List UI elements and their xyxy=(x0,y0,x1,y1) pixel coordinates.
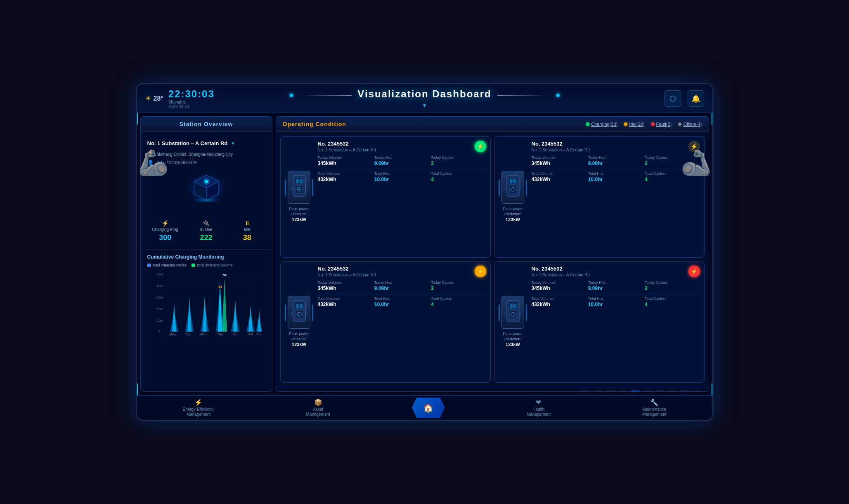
charger-visual-2 xyxy=(501,171,524,204)
charging-dot xyxy=(586,122,589,126)
today-volume-2: Today Volume: 345kWh xyxy=(532,155,586,166)
charger-name-2: No. 2345532 xyxy=(532,141,700,147)
energy-icon: ⚡ xyxy=(194,398,203,406)
page-3-button[interactable]: 3 xyxy=(618,391,628,392)
chart-title: Cumulative Charging Monitoring xyxy=(147,254,265,260)
today-volume-1: Today Volume: 345kWh xyxy=(318,155,373,166)
svg-rect-59 xyxy=(510,179,513,184)
page-10-button[interactable]: 10 xyxy=(680,391,690,392)
total-cycles-3: Total Cycles: 4 xyxy=(431,297,486,307)
metrics-bottom-1: Total Volume: 432kWh Total Hrs: 10.0hr T… xyxy=(318,172,486,182)
metrics-bottom-3: Total Volume: 432kWh Total Hrs: 10.0hr T… xyxy=(318,297,486,307)
legend-volume: Total charging volume xyxy=(192,263,233,267)
charger-card-2[interactable]: Peak-powerLimitation: 123kW No. 2345532 … xyxy=(494,136,705,258)
maintenance-label: MaintenanceManagement xyxy=(642,407,666,417)
station-overview-title: Station Overview xyxy=(147,121,265,127)
charger-location-3: No. 1 Substation – A Certain Rd xyxy=(318,273,486,277)
idle-legend-label: Idel(20) xyxy=(629,122,644,127)
status-legend: Charging(33) Idel(20) Fault(5) Offl xyxy=(586,122,702,127)
svg-text:Sun: Sun xyxy=(256,332,262,336)
svg-text:10.0: 10.0 xyxy=(157,319,163,323)
right-panel: Operating Condition Charging(33) Idel(20… xyxy=(276,116,709,392)
today-hrs-2: Today Hrs: 9.09hr xyxy=(588,155,643,166)
nav-home[interactable]: 🏠 xyxy=(412,398,445,418)
stats-row: ⚡ Charging Plug 300 🔌 In-Use 222 ⏸ Idle … xyxy=(141,216,272,246)
operating-condition-section: Operating Condition Charging(33) Idel(20… xyxy=(276,116,709,392)
metrics-top-2: Today Volume: 345kWh Today Hrs: 9.09hr T… xyxy=(532,155,700,166)
page-1-button[interactable]: 1 xyxy=(593,391,603,392)
svg-marker-28 xyxy=(187,297,192,332)
status-offline: Offline(4) xyxy=(678,122,702,127)
prev-page-button[interactable]: ‹ xyxy=(581,391,591,392)
page-4-button[interactable]: 4 xyxy=(630,391,640,392)
page-5-button[interactable]: 5 xyxy=(643,391,653,392)
cube-button[interactable]: ⬡ xyxy=(665,90,681,107)
idle-value: 38 xyxy=(229,233,265,242)
page-6-button[interactable]: 6 xyxy=(655,391,665,392)
total-volume-2: Total Volume: 432kWh xyxy=(532,172,586,182)
total-hrs-1: Total Hrs: 10.0hr xyxy=(374,172,429,182)
power-limit-4: Peak-powerLimitation: 123kW xyxy=(499,331,527,348)
legend-volume-dot xyxy=(192,264,195,267)
charger-image-4: Peak-powerLimitation: 123kW xyxy=(499,266,527,378)
today-hrs-1: Today Hrs: 9.09hr xyxy=(374,155,429,166)
screen-frame: ☀ 28° 22:30:03 Shanghai 2023.04.25 Visua… xyxy=(136,83,714,421)
legend-cycles-dot xyxy=(147,264,151,267)
header: ☀ 28° 22:30:03 Shanghai 2023.04.25 Visua… xyxy=(137,84,712,113)
header-line-right xyxy=(497,95,547,96)
header-right: ⬡ 🔔 xyxy=(665,90,704,107)
header-center: Visualization Dashboard ▼ xyxy=(286,88,563,109)
corner-bl xyxy=(137,384,149,396)
dropdown-icon: ▼ xyxy=(231,141,235,146)
metrics-top-1: Today Volume: 345kWh Today Hrs: 9.09hr T… xyxy=(318,155,486,166)
charger-card-1[interactable]: Peak-powerLimitation: 123kW No. 2345532 … xyxy=(280,136,491,258)
charger-visual-1 xyxy=(288,171,310,204)
idle-icon: ⏸ xyxy=(229,220,265,226)
total-hrs-3: Total Hrs: 10.0hr xyxy=(374,297,429,307)
charger-name-4: No. 2345532 xyxy=(532,266,700,272)
nav-energy-efficiency[interactable]: ⚡ Energy EfficiencyManagement xyxy=(173,395,224,420)
svg-rect-61 xyxy=(510,186,516,193)
corner-tr xyxy=(700,112,712,125)
nav-health-management[interactable]: ❤ HealthManagement xyxy=(517,395,560,420)
charger-grid: Peak-powerLimitation: 123kW No. 2345532 … xyxy=(276,132,709,387)
svg-text:Tue: Tue xyxy=(185,332,191,336)
charger-image-1: Peak-powerLimitation: 123kW xyxy=(285,141,314,253)
legend-cycles: Total charging cycles xyxy=(147,263,187,267)
charger-visual-3 xyxy=(288,296,310,329)
nav-asset-management[interactable]: 📦 AssetManagement xyxy=(296,395,340,420)
today-volume-4: Today Volume: 345kWh xyxy=(532,280,586,291)
svg-rect-51 xyxy=(296,179,299,184)
bell-button[interactable]: 🔔 xyxy=(688,90,704,107)
nav-items: ⚡ Energy EfficiencyManagement 📦 AssetMan… xyxy=(137,395,712,420)
svg-text:40.0: 40.0 xyxy=(157,284,163,288)
status-icon-1: ⚡ xyxy=(475,141,486,152)
robot-left: 🦾 xyxy=(137,138,170,187)
svg-text:30.0: 30.0 xyxy=(157,296,163,299)
in-use-value: 222 xyxy=(188,233,224,242)
charger-card-4[interactable]: Peak-powerLimitation: 123kW No. 2345532 … xyxy=(494,261,705,383)
today-hrs-4: Today Hrs: 9.09hr xyxy=(588,280,643,291)
today-hrs-3: Today Hrs: 9.09hr xyxy=(374,280,429,291)
svg-rect-73 xyxy=(510,311,516,318)
svg-point-6 xyxy=(205,180,208,183)
total-hrs-2: Total Hrs: 10.0hr xyxy=(588,172,643,182)
total-volume-3: Total Volume: 432kWh xyxy=(318,297,373,307)
offline-dot xyxy=(678,122,681,126)
svg-rect-71 xyxy=(510,304,513,309)
charger-card-3[interactable]: Peak-powerLimitation: 123kW No. 2345532 … xyxy=(280,261,491,383)
health-icon: ❤ xyxy=(536,398,541,406)
chart-container: 50.0 40.0 30.0 20.0 10.0 0 xyxy=(147,271,265,337)
today-cycles-4: Today Cycles: 2 xyxy=(645,280,700,291)
svg-rect-67 xyxy=(296,311,303,318)
idle-label: Idle xyxy=(229,227,265,232)
total-volume-4: Total Volume: 432kWh xyxy=(532,297,586,307)
svg-rect-72 xyxy=(513,304,516,309)
svg-text:Sat: Sat xyxy=(248,332,253,336)
weather-icon: ☀ xyxy=(145,94,151,102)
power-limit-2: Peak-powerLimitation: 123kW xyxy=(499,206,527,223)
nav-maintenance-management[interactable]: 🔧 MaintenanceManagement xyxy=(632,395,676,420)
metrics-bottom-2: Total Volume: 432kWh Total Hrs: 10.0hr T… xyxy=(532,172,700,182)
svg-text:0: 0 xyxy=(158,330,161,333)
dashboard-title: Visualization Dashboard xyxy=(357,88,491,99)
